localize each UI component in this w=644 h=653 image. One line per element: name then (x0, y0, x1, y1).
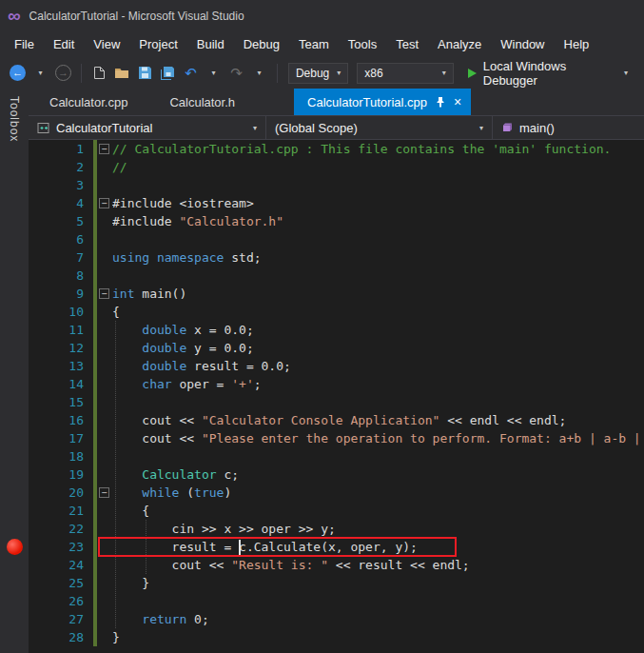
menu-build[interactable]: Build (187, 33, 234, 55)
code-line[interactable]: 10{ (29, 303, 644, 321)
code-line[interactable]: 26 (29, 592, 644, 610)
new-file-button[interactable] (89, 62, 109, 85)
collapse-region-icon[interactable]: − (99, 144, 109, 154)
save-button[interactable] (135, 62, 155, 85)
member-dropdown[interactable]: main() (493, 116, 644, 139)
line-number[interactable]: 7 (29, 248, 93, 267)
code-line[interactable]: 21 { (29, 502, 644, 520)
solution-platform-dropdown[interactable]: x86 ▾ (357, 63, 453, 84)
menu-test[interactable]: Test (386, 33, 428, 55)
line-number[interactable]: 3 (29, 176, 93, 194)
line-number[interactable]: 17 (29, 429, 93, 447)
menu-file[interactable]: File (5, 33, 44, 55)
code-line[interactable]: 20− while (true) (29, 484, 644, 502)
menu-edit[interactable]: Edit (44, 33, 84, 55)
code-line[interactable]: 2// (29, 158, 644, 176)
menu-debug[interactable]: Debug (234, 33, 289, 55)
collapse-region-icon[interactable]: − (99, 288, 109, 299)
line-number[interactable]: 13 (29, 357, 93, 375)
menu-analyze[interactable]: Analyze (428, 33, 491, 55)
line-number[interactable]: 9 (29, 285, 93, 303)
redo-dropdown[interactable]: ▾ (249, 62, 269, 85)
code-line[interactable]: 24 cout << "Result is: " << result << en… (29, 556, 644, 574)
line-number[interactable]: 8 (29, 267, 93, 285)
line-number[interactable]: 24 (29, 556, 93, 574)
line-number[interactable]: 6 (29, 230, 93, 248)
code-line[interactable]: 7using namespace std; (29, 248, 644, 267)
tab-calculator.cpp[interactable]: Calculator.cpp (29, 89, 148, 115)
tab-calculatortutorial.cpp[interactable]: CalculatorTutorial.cpp× (294, 89, 471, 115)
line-number[interactable]: 27 (29, 610, 93, 628)
line-number[interactable]: 25 (29, 574, 93, 592)
code-line[interactable]: 14 char oper = '+'; (29, 375, 644, 393)
code-line[interactable]: 1−// CalculatorTutorial.cpp : This file … (29, 140, 644, 158)
code-text: return 0; (112, 610, 644, 628)
line-number[interactable]: 15 (29, 393, 93, 411)
code-line[interactable]: 22 cin >> x >> oper >> y; (29, 520, 644, 538)
code-line[interactable]: 16 cout << "Calculator Console Applicati… (29, 411, 644, 429)
navigate-back-button[interactable]: ← (8, 62, 28, 85)
code-editor[interactable]: 1−// CalculatorTutorial.cpp : This file … (29, 140, 644, 653)
line-number[interactable]: 21 (29, 502, 93, 520)
toolbar-separator (81, 64, 82, 83)
save-all-button[interactable] (158, 62, 178, 85)
redo-button[interactable]: ↷ (226, 62, 246, 85)
code-line[interactable]: 11 double x = 0.0; (29, 321, 644, 339)
navigate-back-dropdown[interactable]: ▾ (30, 62, 50, 85)
code-line[interactable]: 27 return 0; (29, 610, 644, 628)
tab-calculator.h[interactable]: Calculator.h (148, 89, 256, 115)
code-line[interactable]: 12 double y = 0.0; (29, 339, 644, 357)
project-dropdown[interactable]: CalculatorTutorial ▾ (29, 116, 266, 139)
code-line[interactable]: 8 (29, 267, 644, 285)
code-line[interactable]: 4−#include <iostream> (29, 194, 644, 212)
menu-window[interactable]: Window (491, 33, 554, 55)
code-line[interactable]: 19 Calculator c; (29, 465, 644, 484)
line-number[interactable]: 14 (29, 375, 93, 393)
code-line[interactable]: 6 (29, 230, 644, 248)
toolbox-panel-tab[interactable]: Toolbox (0, 89, 29, 653)
line-number[interactable]: 19 (29, 465, 93, 484)
code-line[interactable]: 5#include "Calculator.h" (29, 212, 644, 230)
pin-icon[interactable] (436, 96, 445, 108)
line-number[interactable]: 2 (29, 158, 93, 176)
line-number[interactable]: 22 (29, 520, 93, 538)
breakpoint-indicator[interactable] (7, 539, 23, 555)
solution-configuration-dropdown[interactable]: Debug ▾ (288, 63, 348, 84)
code-line[interactable]: 28} (29, 628, 644, 646)
line-number[interactable]: 5 (29, 212, 93, 230)
local-windows-debugger-button[interactable]: Local Windows Debugger ▾ (459, 62, 636, 85)
outlining-margin (97, 538, 112, 556)
menu-project[interactable]: Project (129, 33, 186, 55)
line-number[interactable]: 20 (29, 484, 93, 502)
line-number[interactable]: 11 (29, 321, 93, 339)
collapse-region-icon[interactable]: − (99, 198, 109, 208)
menu-tools[interactable]: Tools (339, 33, 386, 55)
undo-dropdown[interactable]: ▾ (204, 62, 224, 85)
menu-help[interactable]: Help (555, 33, 599, 55)
line-number[interactable]: 26 (29, 592, 93, 610)
code-line[interactable]: 23 result = c.Calculate(x, oper, y); (29, 538, 644, 556)
menu-view[interactable]: View (84, 33, 129, 55)
line-number[interactable]: 12 (29, 339, 93, 357)
open-file-button[interactable] (112, 62, 132, 85)
menu-team[interactable]: Team (289, 33, 339, 55)
code-line[interactable]: 17 cout << "Please enter the operation t… (29, 429, 644, 447)
collapse-region-icon[interactable]: − (99, 487, 109, 498)
navigate-forward-button[interactable]: → (53, 62, 73, 85)
line-number[interactable]: 28 (29, 628, 93, 646)
code-line[interactable]: 3 (29, 176, 644, 194)
code-line[interactable]: 13 double result = 0.0; (29, 357, 644, 375)
line-number[interactable]: 10 (29, 303, 93, 321)
line-number[interactable]: 16 (29, 411, 93, 429)
code-line[interactable]: 25 } (29, 574, 644, 592)
line-number[interactable]: 1 (29, 140, 93, 158)
undo-button[interactable]: ↶ (181, 62, 201, 85)
code-line[interactable]: 18 (29, 447, 644, 465)
close-icon[interactable]: × (454, 95, 461, 109)
scope-dropdown[interactable]: (Global Scope) ▾ (266, 116, 493, 139)
line-number[interactable]: 4 (29, 194, 93, 212)
line-number[interactable]: 18 (29, 447, 93, 465)
line-number[interactable]: 23 (29, 538, 93, 556)
code-line[interactable]: 15 (29, 393, 644, 411)
code-line[interactable]: 9−int main() (29, 285, 644, 303)
